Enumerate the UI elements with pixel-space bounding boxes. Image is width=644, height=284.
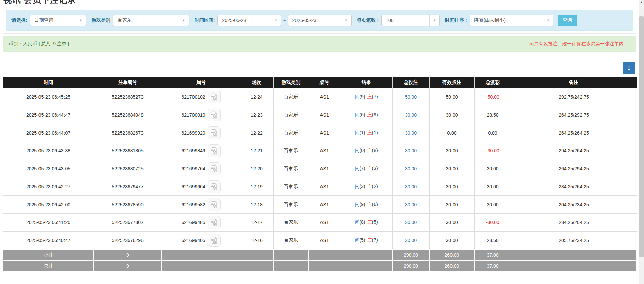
video-replay-icon[interactable] <box>208 216 221 229</box>
subtotal-row: 小计 9 290.00 260.00 37.00 <box>3 250 637 261</box>
query-type-label: 请选择: <box>11 17 27 23</box>
cell-valid-bet: 30.00 <box>429 178 474 196</box>
cell-total-bet: 30.00 <box>392 160 429 178</box>
query-type-value: 日期查询 <box>30 15 76 26</box>
cell-remark: 264.25/264.25 <box>511 124 637 142</box>
video-replay-icon[interactable] <box>208 126 221 139</box>
cell-payout: -50.00 <box>474 88 511 106</box>
page-1-button[interactable]: 1 <box>623 62 635 74</box>
result-player: 闲 <box>355 202 359 207</box>
round-id-text: 621700102 <box>181 94 205 100</box>
chevron-down-icon[interactable]: ▼ <box>271 15 281 26</box>
cell-time: 2025-05-23 06:42:00 <box>3 196 94 214</box>
video-replay-icon[interactable] <box>208 162 221 175</box>
cell-game-type: 百家乐 <box>273 214 309 232</box>
cell-empty <box>340 250 392 261</box>
chevron-down-icon[interactable]: ▼ <box>76 15 86 26</box>
video-replay-icon[interactable] <box>208 109 221 121</box>
header-session: 场次 <box>240 77 273 88</box>
cell-remark: 264.25/292.75 <box>511 106 637 124</box>
cell-bet-id: 522523676296 <box>94 232 162 250</box>
total-bet-link[interactable]: 30.00 <box>405 112 417 118</box>
cell-result: 闲(9)庄(7) <box>340 88 392 106</box>
total-bet-link[interactable]: 30.00 <box>405 238 417 243</box>
cell-remark: 294.25/264.25 <box>511 142 637 160</box>
total-bet-link[interactable]: 30.00 <box>405 220 417 225</box>
cell-total-bet: 50.00 <box>392 88 429 106</box>
cell-total-bet: 30.00 <box>392 124 429 142</box>
payout-value: -30.00 <box>486 220 499 225</box>
video-replay-icon[interactable] <box>208 234 221 247</box>
cell-bet-id: 522523679477 <box>94 178 162 196</box>
cell-valid-bet: 30.00 <box>429 196 474 214</box>
game-type-value: 百家乐 <box>113 15 179 26</box>
cell-round-id: 621700010 <box>162 106 240 124</box>
date-to-select[interactable]: 2025-05-23 ▼ <box>288 15 352 26</box>
chevron-down-icon[interactable]: ▼ <box>341 15 351 26</box>
video-replay-icon[interactable] <box>208 144 221 157</box>
cell-time: 2025-05-23 06:40:47 <box>3 232 94 250</box>
result-banker: 庄 <box>367 112 372 117</box>
result-banker: 庄 <box>367 202 372 207</box>
cell-payout: -30.00 <box>474 214 511 232</box>
total-bet-link[interactable]: 30.00 <box>405 202 417 207</box>
cell-bet-id: 522523678590 <box>94 196 162 214</box>
vertical-scrollbar[interactable]: ▲ <box>639 0 644 284</box>
date-to-value: 2025-05-23 <box>288 15 341 26</box>
date-from-select[interactable]: 2025-05-23 ▼ <box>217 15 281 26</box>
cell-result: 闲(5)庄(7) <box>340 232 392 250</box>
subtotal-label: 小计 <box>3 250 94 261</box>
video-replay-icon[interactable] <box>208 180 221 193</box>
table-row: 2025-05-23 06:44:07 522523682673 6216999… <box>3 124 637 142</box>
header-time: 时间 <box>3 77 94 88</box>
total-valid-bet: 260.00 <box>429 261 474 272</box>
chevron-down-icon[interactable]: ▼ <box>179 15 189 26</box>
total-bet-link[interactable]: 30.00 <box>405 148 417 153</box>
cell-result: 闲(3)庄(2) <box>340 178 392 196</box>
per-page-value: 100 <box>382 15 429 26</box>
query-type-select[interactable]: 日期查询 ▼ <box>30 15 86 26</box>
game-type-select[interactable]: 百家乐 ▼ <box>113 15 189 26</box>
search-button[interactable]: 查询 <box>558 15 577 26</box>
total-bet-link[interactable]: 30.00 <box>405 166 417 171</box>
cell-bet-id: 522523680725 <box>94 160 162 178</box>
cell-total-bet: 30.00 <box>392 196 429 214</box>
grand-total-row: 总计 9 290.00 260.00 37.00 <box>3 261 637 272</box>
video-replay-icon[interactable] <box>208 91 221 103</box>
cell-session: 12-22 <box>240 124 273 142</box>
total-bet-link[interactable]: 50.00 <box>405 94 417 100</box>
cell-time: 2025-05-23 06:42:27 <box>3 178 94 196</box>
summary-bar: 币别：人民币 | 总共 :9 注单 | 同局有效投注，统一计算在该局第一张注单内 <box>3 36 636 52</box>
table-header-row: 时间 注单编号 局号 场次 游戏类别 桌号 结果 总投注 有效投注 总派彩 备注 <box>3 77 637 88</box>
cell-table-no: AS1 <box>309 214 340 232</box>
cell-game-type: 百家乐 <box>273 178 309 196</box>
video-replay-icon[interactable] <box>208 198 221 211</box>
scroll-up-icon[interactable]: ▲ <box>639 1 644 4</box>
per-page-select[interactable]: 100 ▼ <box>381 15 440 26</box>
per-page-label: 每页笔数 : <box>357 17 379 23</box>
table-row: 2025-05-23 06:43:38 522523681805 6216998… <box>3 142 637 160</box>
chevron-down-icon[interactable]: ▼ <box>429 15 439 26</box>
cell-table-no: AS1 <box>309 178 340 196</box>
chevron-down-icon[interactable]: ▼ <box>543 15 553 26</box>
cell-empty <box>511 250 637 261</box>
cell-session: 12-24 <box>240 88 273 106</box>
cell-round-id: 621699849 <box>162 142 240 160</box>
cell-game-type: 百家乐 <box>273 124 309 142</box>
cell-table-no: AS1 <box>309 232 340 250</box>
cell-payout: -30.00 <box>474 142 511 160</box>
total-bet-link[interactable]: 30.00 <box>405 130 417 136</box>
pagination: 1 <box>623 62 635 74</box>
sort-order-select[interactable]: 降幂(由大到小) ▼ <box>470 15 553 26</box>
result-banker: 庄 <box>367 166 372 171</box>
cell-valid-bet: 30.00 <box>429 214 474 232</box>
same-round-notice: 同局有效投注，统一计算在该局第一张注单内 <box>529 41 624 47</box>
scrollbar-thumb[interactable] <box>639 16 644 257</box>
payout-value: 30.00 <box>487 166 498 171</box>
cell-remark: 292.75/242.75 <box>511 88 637 106</box>
records-table: 时间 注单编号 局号 场次 游戏类别 桌号 结果 总投注 有效投注 总派彩 备注… <box>3 77 637 272</box>
cell-bet-id: 522523682673 <box>94 124 162 142</box>
total-bet-link[interactable]: 30.00 <box>405 184 417 189</box>
sort-order-value: 降幂(由大到小) <box>470 15 543 26</box>
table-row: 2025-05-23 06:41:20 522523677307 6216994… <box>3 214 637 232</box>
